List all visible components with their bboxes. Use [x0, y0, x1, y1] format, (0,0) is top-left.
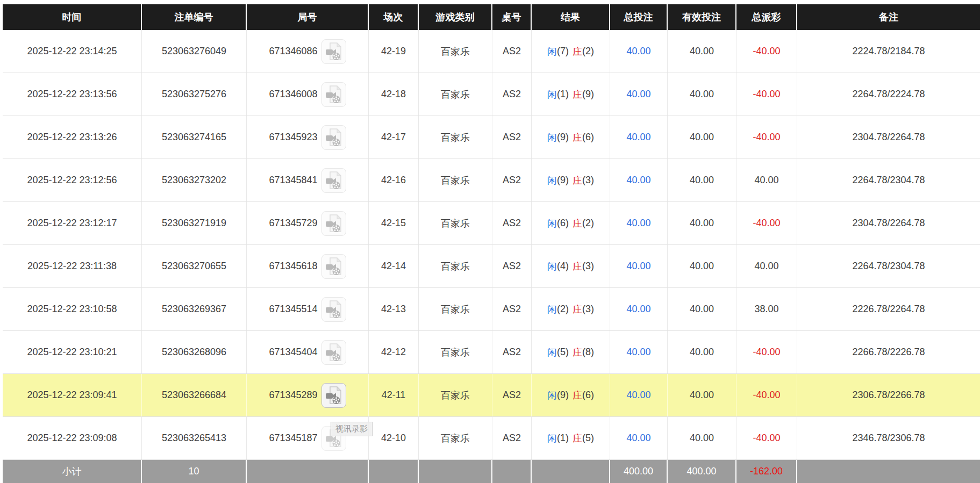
- total-bet-link[interactable]: 40.00: [626, 89, 650, 100]
- bet-history-table: 时间注单编号局号场次游戏类别桌号结果总投注有效投注总派彩备注 2025-12-2…: [3, 4, 980, 483]
- result-player-label: 闲: [547, 346, 557, 359]
- cell-session: 42-14: [369, 245, 419, 287]
- cell-round-id: 671346008: [247, 73, 369, 116]
- footer-empty-session: [369, 460, 419, 483]
- payout-value: 38.00: [754, 304, 778, 315]
- table-row[interactable]: 2025-12-22 23:13:56523063275276671346008…: [3, 73, 980, 116]
- total-bet-link[interactable]: 40.00: [626, 304, 650, 315]
- cell-time: 2025-12-22 23:09:41: [3, 374, 142, 416]
- cell-payout: -40.00: [736, 73, 797, 116]
- total-bet-link[interactable]: 40.00: [626, 46, 650, 57]
- cell-result: 闲(1)庄(9): [532, 73, 610, 116]
- total-bet-link[interactable]: 40.00: [626, 432, 650, 444]
- video-replay-button[interactable]: [321, 168, 346, 193]
- result-player-score: (1): [557, 89, 569, 100]
- total-bet-link[interactable]: 40.00: [626, 175, 650, 186]
- video-replay-button[interactable]: [321, 39, 346, 64]
- video-record-icon: [325, 85, 342, 104]
- cell-round-id: 671345729: [247, 202, 369, 244]
- table-row[interactable]: 2025-12-22 23:13:26523063274165671345923…: [3, 116, 980, 159]
- round-id-text: 671345618: [269, 261, 317, 272]
- cell-payout: -40.00: [736, 374, 797, 416]
- table-row[interactable]: 2025-12-22 23:11:38523063270655671345618…: [3, 245, 980, 288]
- cell-time: 2025-12-22 23:09:08: [3, 417, 142, 459]
- cell-time: 2025-12-22 23:13:26: [3, 116, 142, 158]
- cell-bet-id: 523063265413: [142, 417, 247, 459]
- video-replay-button[interactable]: [321, 254, 346, 279]
- result-banker-score: (2): [582, 46, 594, 57]
- total-bet-link[interactable]: 40.00: [626, 218, 650, 229]
- cell-total-bet: 40.00: [610, 331, 668, 373]
- cell-round-id: 671345514: [247, 288, 369, 330]
- table-row[interactable]: 2025-12-22 23:12:17523063271919671345729…: [3, 202, 980, 245]
- cell-valid-bet: 40.00: [668, 331, 736, 373]
- total-bet-link[interactable]: 40.00: [626, 347, 650, 358]
- result-banker-score: (9): [582, 89, 594, 100]
- cell-table-no: AS2: [492, 30, 532, 73]
- result-player-label: 闲: [547, 88, 557, 101]
- result-banker-label: 庄: [573, 346, 582, 359]
- result-player-score: (9): [557, 390, 569, 401]
- table-row[interactable]: 2025-12-22 23:10:21523063268096671345404…: [3, 331, 980, 374]
- cell-time: 2025-12-22 23:10:21: [3, 331, 142, 373]
- cell-remark: 2306.78/2266.78: [797, 374, 980, 416]
- cell-session: 42-15: [369, 202, 419, 244]
- payout-value: -40.00: [753, 89, 780, 100]
- cell-payout: -40.00: [736, 331, 797, 373]
- cell-result: 闲(9)庄(6): [532, 374, 610, 416]
- total-bet-link[interactable]: 40.00: [626, 132, 650, 143]
- table-row[interactable]: 2025-12-22 23:09:08523063265413671345187…: [3, 417, 980, 460]
- result-player-score: (5): [557, 347, 569, 358]
- result-player-score: (9): [557, 132, 569, 143]
- cell-remark: 2264.78/2304.78: [797, 159, 980, 201]
- table-row[interactable]: 2025-12-22 23:10:58523063269367671345514…: [3, 288, 980, 331]
- video-replay-button[interactable]: [321, 125, 346, 150]
- column-header-table_no: 桌号: [492, 4, 532, 30]
- total-bet-link[interactable]: 40.00: [626, 390, 650, 401]
- cell-remark: 2264.78/2224.78: [797, 73, 980, 116]
- cell-result: 闲(4)庄(3): [532, 245, 610, 287]
- video-replay-button[interactable]: [321, 211, 346, 236]
- cell-remark: 2346.78/2306.78: [797, 417, 980, 459]
- result-banker-label: 庄: [573, 217, 582, 230]
- payout-value: -40.00: [753, 432, 780, 444]
- column-header-game_type: 游戏类别: [419, 4, 492, 30]
- cell-valid-bet: 40.00: [668, 374, 736, 416]
- video-replay-button[interactable]: [321, 340, 346, 365]
- total-bet-link[interactable]: 40.00: [626, 261, 650, 272]
- table-row[interactable]: 2025-12-22 23:12:56523063273202671345841…: [3, 159, 980, 202]
- table-row[interactable]: 2025-12-22 23:14:25523063276049671346086…: [3, 30, 980, 73]
- cell-total-bet: 40.00: [610, 288, 668, 330]
- video-record-icon: [325, 300, 342, 319]
- footer-empty-remark: [797, 460, 980, 483]
- result-banker-label: 庄: [573, 174, 582, 187]
- video-record-icon: [325, 128, 342, 147]
- footer-empty-table-no: [492, 460, 532, 483]
- video-replay-button[interactable]: [321, 82, 346, 107]
- cell-valid-bet: 40.00: [668, 288, 736, 330]
- cell-session: 42-12: [369, 331, 419, 373]
- column-header-round_id: 局号: [247, 4, 369, 30]
- video-replay-button[interactable]: [321, 297, 346, 322]
- cell-payout: -40.00: [736, 417, 797, 459]
- cell-game-type: 百家乐: [419, 30, 492, 73]
- table-body: 2025-12-22 23:14:25523063276049671346086…: [3, 30, 980, 460]
- result-banker-score: (6): [582, 132, 594, 143]
- payout-value: -40.00: [753, 46, 780, 57]
- cell-bet-id: 523063268096: [142, 331, 247, 373]
- video-record-icon: [325, 42, 342, 61]
- cell-time: 2025-12-22 23:11:38: [3, 245, 142, 287]
- cell-total-bet: 40.00: [610, 374, 668, 416]
- cell-game-type: 百家乐: [419, 159, 492, 201]
- cell-round-id: 671345618: [247, 245, 369, 287]
- cell-result: 闲(9)庄(6): [532, 116, 610, 158]
- cell-total-bet: 40.00: [610, 73, 668, 116]
- cell-bet-id: 523063270655: [142, 245, 247, 287]
- result-player-score: (6): [557, 218, 569, 229]
- payout-value: -40.00: [753, 132, 780, 143]
- table-row[interactable]: 2025-12-22 23:09:41523063266684671345289…: [3, 374, 980, 417]
- video-replay-button[interactable]: [321, 383, 346, 408]
- round-id-text: 671345187: [269, 432, 317, 444]
- cell-valid-bet: 40.00: [668, 159, 736, 201]
- footer-bet-count: 10: [142, 460, 247, 483]
